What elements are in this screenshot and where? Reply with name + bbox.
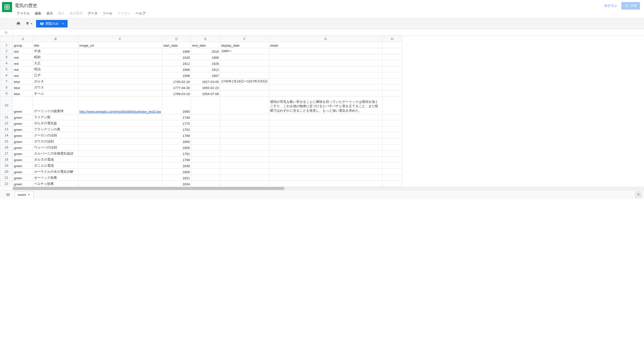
menu-編集[interactable]: 編集 — [33, 10, 43, 17]
cell-D19[interactable]: 1836 — [162, 163, 191, 169]
menu-ファイル[interactable]: ファイル — [15, 10, 32, 17]
cell-C20[interactable] — [78, 169, 162, 175]
row-header-3[interactable]: 3 — [0, 54, 13, 60]
cell-H10[interactable] — [382, 97, 402, 114]
cell-E22[interactable] — [191, 181, 220, 187]
cell-F10[interactable] — [220, 97, 269, 114]
cell-D4[interactable]: 1912 — [162, 60, 191, 66]
cell-D5[interactable]: 1868 — [162, 66, 191, 72]
cell-B21[interactable]: ゼーベック効果 — [33, 175, 78, 181]
cell-D12[interactable]: 1775 — [162, 120, 191, 126]
cell-B15[interactable]: ガウスの法則 — [33, 138, 78, 144]
cell-B10[interactable]: ゲーリッケの硫黄球 — [33, 97, 78, 114]
cell-B12[interactable]: ボルタの電気盆 — [33, 120, 78, 126]
cell-G4[interactable] — [269, 60, 382, 66]
cell-H12[interactable] — [382, 120, 402, 126]
all-sheets-button[interactable] — [3, 190, 13, 199]
cell-G13[interactable] — [269, 126, 382, 132]
row-header-22[interactable]: 22 — [0, 181, 13, 187]
cell-C15[interactable] — [78, 138, 162, 144]
sheet-tab-event[interactable]: event ▼ — [15, 191, 34, 198]
filter-button[interactable]: ▼ — [24, 20, 34, 27]
column-header-H[interactable]: H — [382, 36, 402, 42]
select-all-cell[interactable] — [0, 36, 13, 42]
cell-H8[interactable] — [382, 84, 402, 91]
cell-F16[interactable] — [220, 144, 269, 151]
cell-H14[interactable] — [382, 132, 402, 138]
cell-D3[interactable]: 1926 — [162, 54, 191, 60]
cell-H19[interactable] — [382, 163, 402, 169]
cell-E7[interactable]: 1827-03-05 — [191, 78, 220, 84]
menu-ヘルプ[interactable]: ヘルプ — [134, 10, 148, 17]
cell-A19[interactable]: green — [13, 163, 33, 169]
cell-B5[interactable]: 明治 — [33, 66, 78, 72]
row-header-6[interactable]: 6 — [0, 72, 13, 78]
cell-H21[interactable] — [382, 175, 402, 181]
row-header-21[interactable]: 21 — [0, 175, 13, 181]
cell-G11[interactable] — [269, 114, 382, 120]
cell-A6[interactable]: red — [13, 72, 33, 78]
cell-H2[interactable] — [382, 48, 402, 54]
cell-F11[interactable] — [220, 114, 269, 120]
cell-G21[interactable] — [269, 175, 382, 181]
cell-F1[interactable]: display_date — [220, 42, 269, 48]
cell-G17[interactable] — [269, 151, 382, 157]
cell-F8[interactable] — [220, 84, 269, 91]
cell-C6[interactable] — [78, 72, 162, 78]
cell-D10[interactable]: 1660 — [162, 97, 191, 114]
cell-E12[interactable] — [191, 120, 220, 126]
cell-G14[interactable] — [269, 132, 382, 138]
cell-D21[interactable]: 1821 — [162, 175, 191, 181]
cell-C8[interactable] — [78, 84, 162, 91]
cell-F12[interactable] — [220, 120, 269, 126]
cell-D7[interactable]: 1745-02-18 — [162, 78, 191, 84]
cell-F2[interactable]: 1989〜 — [220, 48, 269, 54]
column-header-F[interactable]: F — [220, 36, 269, 42]
cell-G16[interactable] — [269, 144, 382, 151]
cell-A5[interactable]: red — [13, 66, 33, 72]
cell-C12[interactable] — [78, 120, 162, 126]
cell-F5[interactable] — [220, 66, 269, 72]
cell-H3[interactable] — [382, 54, 402, 60]
cell-D9[interactable]: 1789-03-16 — [162, 91, 191, 97]
cell-E18[interactable] — [191, 157, 220, 163]
row-header-11[interactable]: 11 — [0, 114, 13, 120]
cell-B16[interactable]: ウェーバの法則 — [33, 144, 78, 151]
row-header-15[interactable]: 15 — [0, 138, 13, 144]
cell-C3[interactable] — [78, 54, 162, 60]
cell-H4[interactable] — [382, 60, 402, 66]
row-header-16[interactable]: 16 — [0, 144, 13, 151]
cell-A2[interactable]: red — [13, 48, 33, 54]
cell-B19[interactable]: ダニエル電池 — [33, 163, 78, 169]
column-header-A[interactable]: A — [13, 36, 33, 42]
formula-input[interactable] — [13, 29, 644, 36]
cell-G1[interactable]: detail — [269, 42, 382, 48]
column-header-E[interactable]: E — [191, 36, 220, 42]
cell-B17[interactable]: カルバーニの生物電気仮説 — [33, 151, 78, 157]
cell-B9[interactable]: オーム — [33, 91, 78, 97]
spreadsheet-grid[interactable]: ABCDEFGH1grouptitleimage_urlstart_dateen… — [0, 36, 644, 187]
share-button[interactable]: 共有 — [621, 2, 640, 10]
cell-C13[interactable] — [78, 126, 162, 132]
cell-D18[interactable]: 1799 — [162, 157, 191, 163]
cell-A4[interactable]: red — [13, 60, 33, 66]
cell-D13[interactable]: 1752 — [162, 126, 191, 132]
cell-E14[interactable] — [191, 132, 220, 138]
cell-G22[interactable] — [269, 181, 382, 187]
column-header-D[interactable]: D — [162, 36, 191, 42]
cell-E21[interactable] — [191, 175, 220, 181]
menu-ツール[interactable]: ツール — [101, 10, 114, 17]
cell-H20[interactable] — [382, 169, 402, 175]
cell-A1[interactable]: group — [13, 42, 33, 48]
cell-E6[interactable]: 1867 — [191, 72, 220, 78]
cell-C1[interactable]: image_url — [78, 42, 162, 48]
cell-E5[interactable]: 1912 — [191, 66, 220, 72]
cell-B18[interactable]: ボルタの電池 — [33, 157, 78, 163]
cell-G3[interactable] — [269, 54, 382, 60]
cell-F19[interactable] — [220, 163, 269, 169]
column-header-B[interactable]: B — [33, 36, 78, 42]
cell-G10[interactable]: 琥珀が羽毛を吸い寄せることに興味を持っていたゲーリッケは琥珀を強くこすり、これを… — [269, 97, 382, 114]
horizontal-scrollbar[interactable] — [13, 187, 644, 190]
menu-データ[interactable]: データ — [86, 10, 100, 17]
cell-A15[interactable]: green — [13, 138, 33, 144]
